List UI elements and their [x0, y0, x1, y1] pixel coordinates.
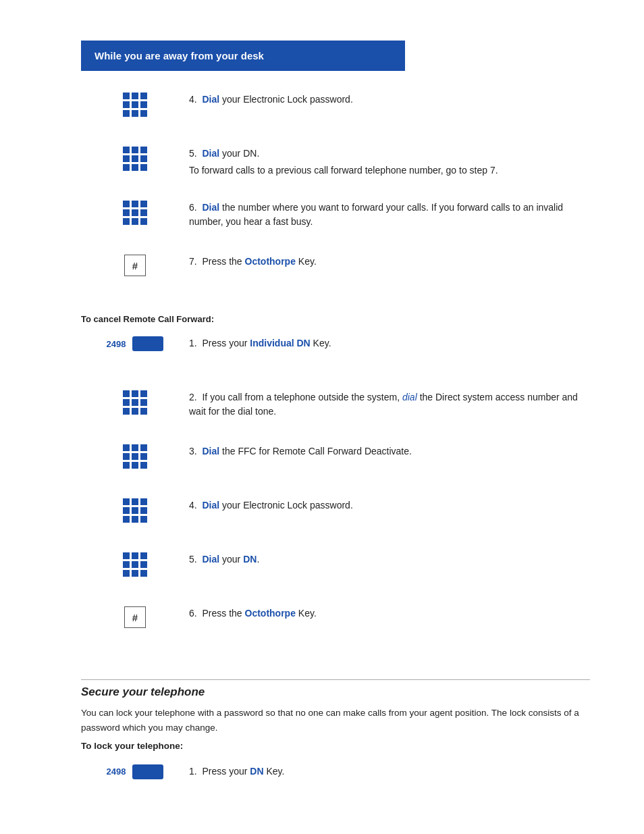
step-5-subtext: To forward calls to a previous call forw…	[189, 163, 590, 178]
step-6-icon-col	[81, 199, 189, 225]
hash-key-icon: #	[124, 255, 146, 276]
section-header-banner: While you are away from your desk	[81, 41, 405, 71]
step-6-number: 6.	[189, 202, 197, 213]
cancel-step-2-before: If you call from a telephone outside the…	[202, 392, 402, 402]
cancel-step-2-text: 2. If you call from a telephone outside …	[189, 389, 590, 421]
cancel-step-1-row: 2498 1. Press your Individual DN Key.	[81, 335, 590, 375]
keypad-icon	[123, 93, 147, 117]
lock-label: To lock your telephone:	[81, 739, 590, 754]
keypad-icon	[123, 498, 147, 523]
cancel-step-6-number: 6.	[189, 608, 197, 619]
cancel-step-1-text: 1. Press your Individual DN Key.	[189, 335, 590, 353]
cancel-step-5-blue: Dial	[202, 554, 219, 565]
cancel-step-1-after: Key.	[311, 338, 331, 348]
cancel-step-1-icon-col: 2498	[81, 335, 189, 351]
dn-number-label: 2498	[107, 339, 126, 349]
cancel-label: To cancel Remote Call Forward:	[81, 314, 590, 324]
cancel-step-4-blue: Dial	[202, 500, 219, 511]
step-7-after: Key.	[296, 256, 317, 267]
cancel-step-4-text: 4. Dial your Electronic Lock password.	[189, 497, 590, 515]
cancel-step-3-text: 3. Dial the FFC for Remote Call Forward …	[189, 443, 590, 461]
lock-step-1-after: Key.	[264, 766, 285, 777]
step-7-icon-col: #	[81, 253, 189, 276]
cancel-step-5-mid: your	[219, 554, 243, 565]
cancel-step-2-blue: dial	[402, 392, 417, 402]
cancel-step-6-text: 6. Press the Octothorpe Key.	[189, 605, 590, 623]
keypad-icon	[123, 390, 147, 415]
dn-blue-button	[132, 336, 163, 351]
lock-step-1-text: 1. Press your DN Key.	[189, 763, 590, 781]
step-6-blue: Dial	[202, 202, 219, 213]
step-5-number: 5.	[189, 148, 197, 159]
step-6-text: 6. Dial the number where you want to for…	[189, 199, 590, 232]
secure-section: Secure your telephone You can lock your …	[81, 679, 590, 804]
step-7-blue: Octothorpe	[245, 256, 296, 267]
dn-blue-button-2	[132, 764, 163, 779]
cancel-step-5-dn: DN	[243, 554, 257, 565]
cancel-step-1-before: Press your	[202, 338, 250, 348]
cancel-step-4-icon-col	[81, 497, 189, 523]
cancel-step-4-after: your Electronic Lock password.	[219, 500, 353, 511]
dn-key-row-2: 2498	[107, 764, 164, 779]
step-7-before: Press the	[202, 256, 244, 267]
cancel-step-5-text: 5. Dial your DN.	[189, 551, 590, 569]
keypad-icon	[123, 444, 147, 469]
section-header-title: While you are away from your desk	[95, 50, 264, 61]
step-6-row: 6. Dial the number where you want to for…	[81, 199, 590, 240]
hash-key-icon-2: #	[124, 606, 146, 628]
step-4-icon-col	[81, 91, 189, 117]
step-4-text: 4. Dial your Electronic Lock password.	[189, 91, 590, 109]
lock-step-1-before: Press your	[202, 766, 250, 777]
keypad-icon	[123, 147, 147, 171]
dn-key-row: 2498	[107, 336, 164, 351]
step-7-number: 7.	[189, 256, 197, 267]
step-4-rest: your Electronic Lock password.	[219, 94, 353, 105]
cancel-step-6-blue: Octothorpe	[245, 608, 296, 619]
secure-title: Secure your telephone	[81, 685, 590, 699]
cancel-step-3-row: 3. Dial the FFC for Remote Call Forward …	[81, 443, 590, 484]
cancel-step-3-blue: Dial	[202, 446, 219, 457]
cancel-step-6-icon-col: #	[81, 605, 189, 628]
step-7-row: # 7. Press the Octothorpe Key.	[81, 253, 590, 294]
cancel-step-3-number: 3.	[189, 446, 197, 457]
cancel-step-2-row: 2. If you call from a telephone outside …	[81, 389, 590, 429]
cancel-step-1-blue: Individual DN	[250, 338, 310, 348]
cancel-step-3-after: the FFC for Remote Call Forward Deactiva…	[219, 446, 412, 457]
dn-number-label-2: 2498	[107, 766, 126, 777]
step-5-blue: Dial	[202, 148, 219, 159]
secure-description: You can lock your telephone with a passw…	[81, 706, 590, 735]
cancel-step-5-number: 5.	[189, 554, 197, 565]
step-6-rest: the number where you want to forward you…	[189, 202, 563, 227]
lock-step-1-row: 2498 1. Press your DN Key.	[81, 763, 590, 804]
cancel-steps: 2498 1. Press your Individual DN Key. 2.…	[81, 335, 590, 659]
step-4-number: 4.	[189, 94, 197, 105]
cancel-step-5-row: 5. Dial your DN.	[81, 551, 590, 592]
cancel-step-4-row: 4. Dial your Electronic Lock password.	[81, 497, 590, 538]
step-5-icon-col	[81, 145, 189, 171]
keypad-icon	[123, 201, 147, 225]
cancel-step-5-icon-col	[81, 551, 189, 577]
lock-step-1-blue: DN	[250, 766, 263, 777]
cancel-step-2-number: 2.	[189, 392, 197, 402]
lock-step-1-number: 1.	[189, 766, 197, 777]
cancel-step-4-number: 4.	[189, 500, 197, 511]
step-4-row: 4. Dial your Electronic Lock password.	[81, 91, 590, 132]
step-7-text: 7. Press the Octothorpe Key.	[189, 253, 590, 271]
cancel-step-3-icon-col	[81, 443, 189, 469]
cancel-step-1-number: 1.	[189, 338, 197, 348]
step-5-rest: your DN.	[219, 148, 259, 159]
cancel-step-5-end: .	[257, 554, 259, 565]
cancel-step-6-before: Press the	[202, 608, 244, 619]
step-5-row: 5. Dial your DN. To forward calls to a p…	[81, 145, 590, 186]
step-5-text: 5. Dial your DN. To forward calls to a p…	[189, 145, 590, 180]
top-steps: 4. Dial your Electronic Lock password. 5…	[81, 91, 590, 307]
cancel-step-6-after: Key.	[296, 608, 317, 619]
keypad-icon	[123, 552, 147, 577]
cancel-step-2-icon-col	[81, 389, 189, 415]
step-4-blue: Dial	[202, 94, 219, 105]
cancel-step-6-row: # 6. Press the Octothorpe Key.	[81, 605, 590, 646]
lock-step-1-icon-col: 2498	[81, 763, 189, 779]
